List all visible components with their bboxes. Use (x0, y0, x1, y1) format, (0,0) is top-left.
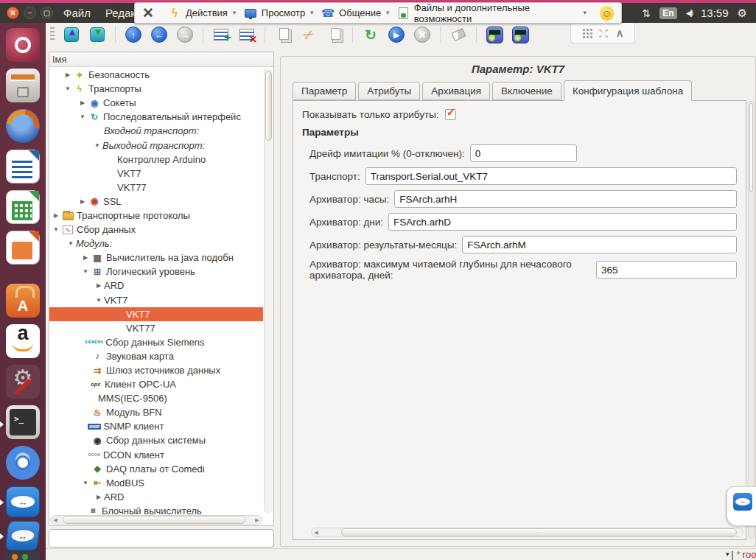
tree-item-логический-уровень[interactable]: ▼⊞Логический уровень (49, 265, 263, 279)
chevron-collapsed-icon[interactable]: ▶ (80, 254, 91, 261)
refresh-button[interactable]: ↻ (360, 24, 381, 45)
paste-button[interactable] (324, 24, 345, 45)
tree-item-звуковая-карта[interactable]: ♪Звуковая карта (49, 349, 263, 363)
content-hscroll-thumb[interactable]: ⋯ (341, 528, 737, 536)
tree-item-модуль-bfn[interactable]: ♨Модуль BFN (49, 405, 263, 419)
firefox-icon[interactable] (6, 109, 40, 143)
field-input-3[interactable] (388, 213, 737, 231)
tab-атрибуты[interactable]: Атрибуты (358, 82, 420, 100)
content-horizontal-scrollbar[interactable]: ◀ ⋯ (311, 528, 743, 537)
feedback-smiley-icon[interactable]: ☺ (600, 6, 614, 21)
db-load-button[interactable]: ▲ (61, 24, 82, 45)
file-archiver-icon[interactable] (6, 69, 40, 102)
tree-item-сокеты[interactable]: ▶◉Сокеты (49, 96, 263, 110)
panel-vertical-scrollbar[interactable] (748, 101, 755, 539)
chromium-icon[interactable] (6, 446, 40, 480)
chevron-collapsed-icon[interactable]: ▶ (63, 71, 73, 78)
teamviewer-window-icon[interactable] (4, 521, 41, 550)
chevron-collapsed-icon[interactable]: ▶ (94, 494, 104, 500)
network-traffic-icon[interactable]: ⇅ (643, 7, 651, 19)
chevron-expanded-icon[interactable]: ▼ (51, 226, 61, 233)
libreoffice-writer-icon[interactable] (6, 150, 40, 183)
scroll-left-icon[interactable]: ◀ (312, 530, 321, 536)
window-close-button[interactable]: ✕ (7, 7, 19, 19)
tree-item-блочный-вычислитель[interactable]: ■Блочный вычислитель (49, 504, 263, 514)
device-tools-button[interactable] (510, 24, 531, 45)
tree-item-входной-транспорт-[interactable]: Входной транспорт: (49, 124, 263, 138)
field-input-4[interactable] (462, 236, 737, 253)
tree-vertical-scrollbar[interactable] (264, 68, 273, 514)
field-input-2[interactable] (394, 190, 737, 208)
teamviewer-icon[interactable] (6, 486, 40, 517)
tv-menu-общение[interactable]: ☎Общение▼ (321, 7, 391, 20)
status-dropdown-icon[interactable]: ▼ (724, 551, 730, 558)
chevron-expanded-icon[interactable]: ▼ (80, 480, 91, 486)
tree-item-сбор-данных[interactable]: ▼∿Сбор данных (49, 223, 263, 237)
tree-item-клиент-opc-ua[interactable]: opcКлиент OPC-UA (49, 377, 263, 391)
item-delete-button[interactable]: ✕ (237, 24, 257, 45)
menu-file[interactable]: Файл (63, 7, 91, 19)
tree-item-последовательный-интерфейс[interactable]: ▼↻Последовательный интерфейс (49, 110, 263, 124)
tv-menu-файлы[interactable]: Файлы и дополнительные возможности▼ (396, 2, 588, 24)
teamviewer-side-tab[interactable] (727, 486, 756, 526)
tree-item-ssl[interactable]: ▶◉SSL (49, 195, 263, 209)
keyboard-layout-indicator[interactable]: En (659, 7, 676, 19)
tree-item-контроллер-arduino[interactable]: Контроллер Arduino (49, 153, 263, 167)
clean-button[interactable] (448, 24, 469, 45)
nav-up-button[interactable]: ↑ (123, 24, 144, 45)
start-button[interactable]: ▶ (386, 24, 407, 45)
expand-icon[interactable]: ↖↗↙↘ (599, 28, 609, 38)
tree-item-ard[interactable]: ▶ARD (49, 490, 263, 504)
tree-item-mms-iec-9506-[interactable]: MMS(IEC-9506) (49, 391, 263, 405)
cut-button[interactable]: ✂ (298, 24, 319, 45)
tab-конфигурация-шаблона[interactable]: Конфигурация шаблона (564, 80, 692, 101)
tree-hscroll-thumb[interactable]: ⋯ (63, 516, 245, 524)
scroll-right-icon[interactable]: ▶ (253, 517, 262, 523)
field-input-1[interactable] (365, 167, 737, 185)
tree-item-шлюз-источников-данных[interactable]: ⇉Шлюз источников данных (49, 363, 263, 377)
chevron-expanded-icon[interactable]: ▼ (80, 268, 91, 275)
toolbar-drag-handle[interactable] (50, 27, 55, 42)
tree-vscroll-thumb[interactable] (265, 71, 272, 141)
tree-item-транспорты[interactable]: ▼ϟТранспорты (49, 82, 263, 96)
tree-filter-input[interactable] (49, 529, 274, 547)
db-save-button[interactable]: ▼ (87, 24, 108, 45)
chevron-collapsed-icon[interactable]: ▶ (94, 282, 104, 289)
stop-button[interactable]: ✕ (412, 24, 433, 45)
chevron-expanded-icon[interactable]: ▼ (66, 240, 76, 247)
tv-close-icon[interactable]: ✕ (142, 4, 154, 21)
chevron-expanded-icon[interactable]: ▼ (63, 85, 73, 92)
session-gear-icon[interactable]: ⚙ (738, 7, 747, 20)
tree-item-безопасность[interactable]: ▶✦Безопасность (49, 68, 263, 82)
window-minimize-button[interactable]: – (24, 7, 36, 19)
chevron-collapsed-icon[interactable]: ▶ (51, 212, 61, 219)
clock[interactable]: 13:59 (701, 7, 729, 19)
libreoffice-calc-icon[interactable] (6, 190, 40, 224)
chevron-collapsed-icon[interactable]: ▶ (77, 99, 88, 106)
item-add-button[interactable]: + (211, 24, 231, 45)
tree-item-модуль-[interactable]: ▼Модуль: (49, 237, 263, 251)
tab-архивация[interactable]: Архивация (422, 82, 490, 100)
tv-menu-действия[interactable]: ϟДействия▼ (167, 7, 237, 20)
background-app-icon[interactable] (6, 551, 40, 560)
chevron-collapsed-icon[interactable]: ▶ (77, 198, 88, 205)
show-attrs-checkbox[interactable]: ✓ (445, 109, 456, 120)
tree-item-vkt77[interactable]: VKT77 (49, 181, 263, 195)
ubuntu-dash-icon[interactable] (6, 28, 40, 62)
tree-item-транспортные-протоколы[interactable]: ▶Транспортные протоколы (49, 209, 263, 223)
tab-параметр[interactable]: Параметр (293, 82, 356, 100)
tree-item-вычислитель-на-java-подобн[interactable]: ▶▦Вычислитель на java подобн (49, 251, 263, 265)
amazon-icon[interactable] (6, 324, 40, 358)
libreoffice-impress-icon[interactable] (6, 231, 40, 265)
tree-item-dcon-клиент[interactable]: DCONDCON клиент (49, 448, 263, 462)
chevron-expanded-icon[interactable]: ▼ (92, 142, 102, 149)
nav-back-button[interactable]: ← (149, 24, 169, 45)
system-settings-icon[interactable] (6, 365, 40, 399)
nav-forward-button[interactable]: → (175, 24, 195, 45)
tab-включение[interactable]: Включение (492, 82, 561, 100)
scroll-left-icon[interactable]: ◀ (51, 517, 60, 523)
field-input-0[interactable] (470, 144, 577, 162)
chevron-expanded-icon[interactable]: ▼ (94, 297, 104, 304)
panel-vscroll-thumb[interactable] (749, 103, 753, 192)
tv-menu-просмотр[interactable]: Просмотр▼ (243, 7, 315, 20)
